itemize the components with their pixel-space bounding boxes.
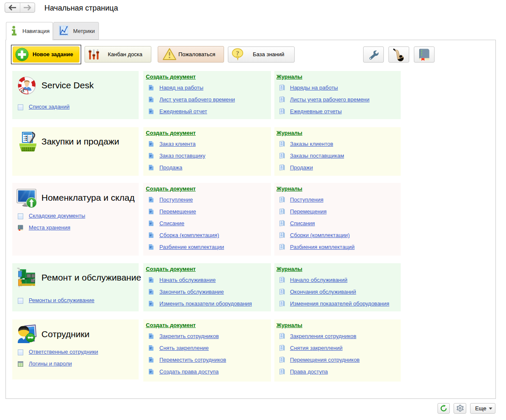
svg-text:?: ? bbox=[236, 50, 239, 57]
